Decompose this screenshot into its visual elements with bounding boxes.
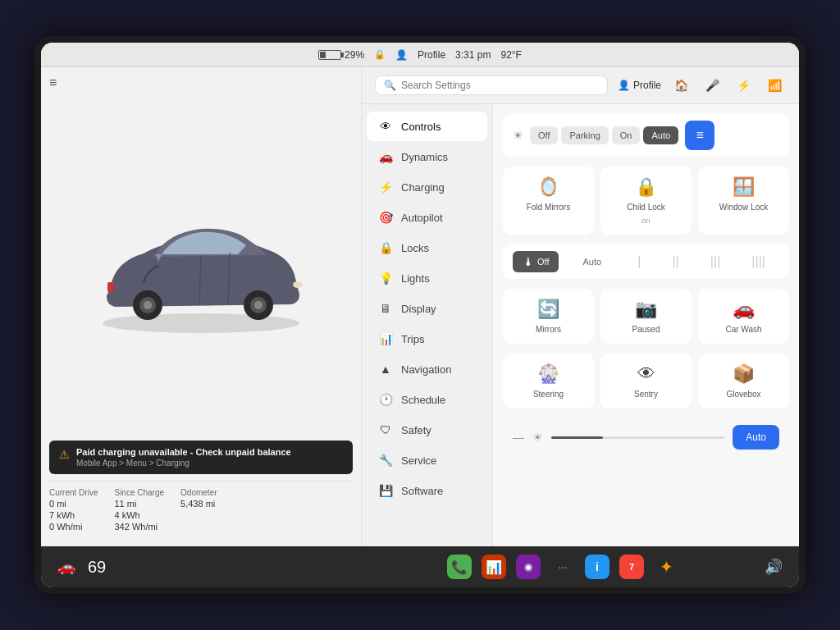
controls-label: Controls	[401, 121, 441, 133]
trips-icon: 📊	[378, 332, 393, 345]
menu-icon[interactable]: ≡	[49, 75, 353, 90]
taskbar-games-app[interactable]: ✦	[654, 555, 678, 579]
alert-banner: ⚠ Paid charging unavailable - Check unpa…	[49, 441, 353, 474]
taskbar-speed: 69	[88, 558, 106, 577]
nav-item-display[interactable]: 🖥 Display	[367, 294, 487, 323]
taskbar-camera-app[interactable]: ◉	[516, 555, 541, 579]
svg-point-0	[103, 313, 299, 333]
child-lock-icon: 🔒	[635, 176, 657, 198]
brightness-slider[interactable]	[551, 436, 724, 439]
taskbar-right: 🔊	[765, 558, 783, 576]
taskbar-phone-app[interactable]: 📞	[447, 555, 472, 579]
current-drive-wh: 0 Wh/mi	[49, 522, 98, 532]
schedule-icon: 🕐	[378, 393, 393, 406]
taskbar-car-icon[interactable]: 🚗	[57, 558, 75, 576]
profile-button[interactable]: 👤 Profile	[618, 80, 661, 91]
current-drive-kwh: 7 kWh	[49, 510, 98, 520]
display-mode-button[interactable]: ≡	[685, 121, 714, 150]
signal-icon-btn[interactable]: 📶	[763, 74, 786, 97]
trips-label: Trips	[401, 333, 424, 345]
locks-label: Locks	[401, 242, 429, 254]
home-icon-btn[interactable]: 🏠	[669, 74, 692, 97]
sentry-card[interactable]: 👁 Sentry	[600, 354, 692, 409]
dynamics-label: Dynamics	[401, 151, 448, 163]
fold-mirrors-card[interactable]: 🪞 Fold Mirrors	[503, 167, 594, 235]
stat-odometer: Odometer 5,438 mi	[180, 488, 217, 532]
navigation-label: Navigation	[401, 363, 451, 376]
nav-item-safety[interactable]: 🛡 Safety	[367, 415, 487, 445]
profile-label: Profile	[418, 49, 445, 61]
since-charge-label: Since Charge	[114, 488, 164, 497]
window-lock-card[interactable]: 🪟 Window Lock	[698, 167, 789, 235]
nav-item-autopilot[interactable]: 🎯 Autopilot	[367, 203, 487, 232]
light-btn-group: Off Parking On Auto	[530, 126, 678, 144]
light-off-button[interactable]: Off	[530, 126, 558, 144]
right-panel: 🔍 👤 Profile 🏠 🎤 ⚡ 📶	[361, 67, 799, 546]
nav-item-charging[interactable]: ⚡ Charging	[367, 172, 487, 202]
wiper-sep1: |	[636, 254, 642, 269]
lights-icon: 💡	[378, 272, 393, 285]
odometer-label: Odometer	[180, 488, 217, 497]
mirrors-card[interactable]: 🔄 Mirrors	[503, 289, 594, 344]
nav-item-controls[interactable]: 👁 Controls	[367, 112, 487, 141]
temperature-display: 92°F	[500, 49, 521, 61]
display-icon: 🖥	[378, 302, 393, 315]
profile-icon: 👤	[618, 80, 630, 91]
brightness-auto-button[interactable]: Auto	[733, 425, 779, 450]
taskbar-volume-icon[interactable]: 🔊	[765, 558, 783, 576]
settings-body: 👁 Controls 🚗 Dynamics ⚡ Charging 🎯	[362, 104, 799, 546]
brightness-low-icon: —	[513, 431, 524, 444]
nav-item-trips[interactable]: 📊 Trips	[367, 324, 487, 354]
glovebox-label: Glovebox	[726, 390, 760, 399]
software-icon: 💾	[378, 484, 393, 497]
nav-item-navigation[interactable]: ▲ Navigation	[367, 354, 487, 384]
alert-title: Paid charging unavailable - Check unpaid…	[76, 447, 291, 457]
wiper-auto[interactable]: Auto	[577, 253, 609, 270]
wiper-off-button[interactable]: 🌡 Off	[513, 251, 559, 272]
paused-icon: 📷	[635, 299, 657, 320]
taskbar-calendar-app[interactable]: 7	[619, 555, 644, 579]
taskbar-dots-app[interactable]: ···	[550, 555, 575, 579]
mic-icon-btn[interactable]: 🎤	[701, 74, 724, 97]
svg-point-9	[293, 281, 303, 288]
glovebox-card[interactable]: 📦 Glovebox	[698, 354, 789, 409]
search-box[interactable]: 🔍	[375, 75, 608, 95]
nav-item-lights[interactable]: 💡 Lights	[367, 263, 487, 293]
software-label: Software	[401, 485, 443, 497]
search-icon: 🔍	[384, 80, 396, 91]
search-input[interactable]	[401, 80, 599, 91]
current-drive-mi: 0 mi	[49, 499, 98, 509]
lock-icon: 🔒	[374, 49, 386, 60]
taskbar: 🚗 69 · 📞 📊 ◉ ··· i 7 ✦ 🔊	[41, 546, 799, 587]
nav-item-dynamics[interactable]: 🚗 Dynamics	[367, 142, 487, 171]
nav-item-locks[interactable]: 🔒 Locks	[367, 233, 487, 262]
taskbar-dot: ·	[118, 563, 121, 572]
sentry-label: Sentry	[634, 390, 658, 399]
safety-icon: 🛡	[378, 423, 393, 436]
safety-label: Safety	[401, 424, 431, 436]
light-mode-row: ☀ Off Parking On Auto ≡	[503, 114, 789, 157]
wiper-sep2: ||	[670, 254, 680, 269]
sun-icon: ☀	[513, 129, 523, 142]
car-wash-card[interactable]: 🚗 Car Wash	[698, 289, 789, 344]
paused-label: Paused	[632, 325, 660, 334]
light-parking-button[interactable]: Parking	[561, 126, 608, 144]
light-on-button[interactable]: On	[612, 126, 641, 144]
child-lock-card[interactable]: 🔒 Child Lock on	[600, 167, 692, 235]
nav-item-software[interactable]: 💾 Software	[367, 476, 487, 505]
charging-label: Charging	[401, 181, 445, 194]
nav-item-schedule[interactable]: 🕐 Schedule	[367, 385, 487, 414]
light-auto-button[interactable]: Auto	[643, 126, 678, 144]
taskbar-info-app[interactable]: i	[585, 555, 609, 579]
nav-item-service[interactable]: 🔧 Service	[367, 445, 487, 475]
bluetooth-icon-btn[interactable]: ⚡	[732, 74, 755, 97]
left-panel: ≡	[41, 67, 361, 546]
status-bar: 29% 🔒 👤 Profile 3:31 pm 92°F	[41, 43, 799, 67]
nav-menu: 👁 Controls 🚗 Dynamics ⚡ Charging 🎯	[362, 104, 493, 546]
steering-card[interactable]: 🎡 Steering	[503, 354, 594, 409]
paused-card[interactable]: 📷 Paused	[600, 289, 692, 344]
screen: 29% 🔒 👤 Profile 3:31 pm 92°F ≡	[41, 43, 799, 587]
taskbar-music-app[interactable]: 📊	[482, 555, 506, 579]
car-image-area	[49, 98, 353, 441]
since-charge-wh: 342 Wh/mi	[114, 522, 164, 532]
